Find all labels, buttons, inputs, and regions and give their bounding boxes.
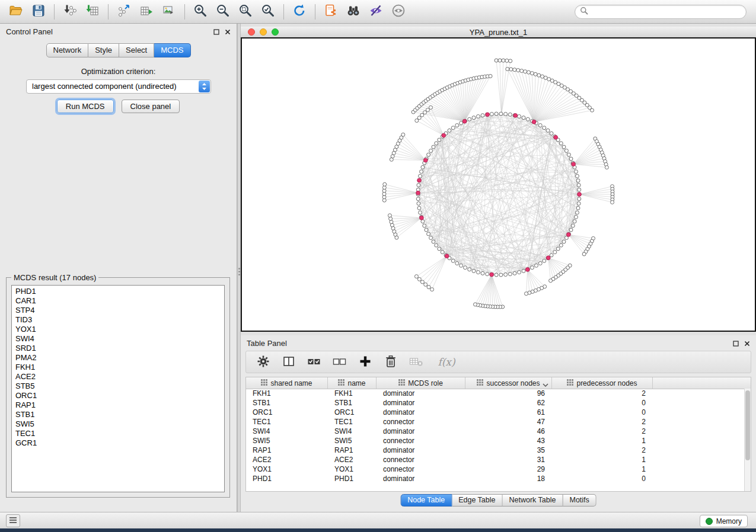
hide-selected-button[interactable]: [365, 2, 387, 21]
table-cell[interactable]: 1: [552, 456, 653, 464]
table-row[interactable]: RAP1RAP1dominator352: [246, 446, 744, 455]
network-canvas[interactable]: [241, 37, 756, 332]
table-row[interactable]: SWI4SWI4dominator462: [246, 427, 744, 436]
table-cell[interactable]: connector: [377, 465, 465, 473]
table-cell[interactable]: 47: [465, 418, 552, 426]
table-row[interactable]: SWI5SWI5connector431: [246, 436, 744, 446]
table-cell[interactable]: 35: [465, 446, 552, 454]
column-header-successor-nodes[interactable]: successor nodes: [465, 377, 552, 389]
scrollbar-thumb[interactable]: [745, 390, 750, 460]
function-builder-button[interactable]: f(x): [434, 354, 459, 370]
mcds-result-item[interactable]: SWI5: [15, 419, 224, 429]
table-cell[interactable]: STB1: [246, 399, 328, 407]
tab-edge-table[interactable]: Edge Table: [452, 494, 502, 507]
show-columns-button[interactable]: [281, 354, 296, 370]
tab-style[interactable]: Style: [88, 43, 119, 57]
table-cell[interactable]: dominator: [377, 408, 465, 416]
mcds-result-item[interactable]: SWI4: [15, 334, 224, 344]
mcds-result-item[interactable]: CAR1: [15, 296, 224, 306]
column-header-name[interactable]: name: [328, 377, 377, 389]
table-cell[interactable]: ACE2: [246, 456, 328, 464]
open-file-button[interactable]: [5, 2, 27, 21]
share-document-button[interactable]: [320, 2, 342, 21]
select-all-rows-button[interactable]: [307, 354, 322, 370]
table-cell[interactable]: 2: [552, 418, 653, 426]
table-row[interactable]: YOX1YOX1connector291: [246, 464, 744, 474]
tab-motifs[interactable]: Motifs: [563, 494, 596, 507]
export-network-button[interactable]: [113, 2, 135, 21]
save-button[interactable]: [27, 2, 50, 21]
mcds-result-item[interactable]: GCR1: [15, 438, 224, 448]
memory-indicator[interactable]: Memory: [700, 515, 748, 527]
table-cell[interactable]: YOX1: [246, 465, 328, 473]
zoom-out-button[interactable]: [212, 2, 234, 21]
table-cell[interactable]: 0: [552, 408, 653, 416]
table-cell[interactable]: 2: [552, 427, 653, 435]
mcds-result-item[interactable]: STB1: [15, 410, 224, 419]
add-column-button[interactable]: [358, 354, 373, 370]
table-cell[interactable]: connector: [377, 456, 465, 464]
table-row[interactable]: ACE2ACE2connector311: [246, 455, 744, 464]
table-cell[interactable]: PHD1: [328, 475, 377, 483]
close-panel-icon[interactable]: [744, 339, 750, 348]
table-scrollbar[interactable]: [744, 389, 751, 491]
float-panel-icon[interactable]: [213, 28, 219, 37]
tab-network-table[interactable]: Network Table: [503, 494, 563, 507]
mcds-result-item[interactable]: RAP1: [15, 400, 224, 410]
show-all-button[interactable]: [387, 2, 410, 21]
tab-node-table[interactable]: Node Table: [400, 494, 452, 507]
mcds-result-item[interactable]: TEC1: [15, 429, 224, 438]
table-cell[interactable]: RAP1: [328, 446, 377, 454]
table-cell[interactable]: SWI4: [328, 427, 377, 435]
table-cell[interactable]: 2: [552, 446, 653, 454]
table-cell[interactable]: dominator: [377, 389, 465, 398]
table-cell[interactable]: 31: [465, 456, 552, 464]
table-cell[interactable]: connector: [377, 418, 465, 426]
table-row[interactable]: PHD1PHD1dominator180: [246, 474, 744, 483]
table-cell[interactable]: dominator: [377, 427, 465, 435]
zoom-fit-button[interactable]: [234, 2, 257, 21]
export-image-button[interactable]: [158, 2, 180, 21]
table-row[interactable]: FKH1FKH1dominator962: [246, 389, 744, 398]
mcds-result-item[interactable]: PMA2: [15, 353, 224, 363]
export-table-button[interactable]: [135, 2, 158, 21]
table-row[interactable]: TEC1TEC1connector472: [246, 417, 744, 427]
table-cell[interactable]: TEC1: [246, 418, 328, 426]
table-cell[interactable]: SWI5: [246, 437, 328, 445]
delete-table-button[interactable]: [409, 354, 424, 370]
table-cell[interactable]: 46: [465, 427, 552, 435]
table-row[interactable]: ORC1ORC1dominator610: [246, 408, 744, 417]
deselect-all-rows-button[interactable]: [332, 354, 347, 370]
column-header-mcds-role[interactable]: MCDS role: [377, 377, 465, 389]
table-cell[interactable]: 1: [552, 465, 653, 473]
table-cell[interactable]: FKH1: [328, 389, 377, 398]
mcds-result-item[interactable]: SRD1: [15, 344, 224, 353]
delete-column-button[interactable]: [383, 354, 398, 370]
table-cell[interactable]: ACE2: [328, 456, 377, 464]
mcds-result-item[interactable]: YOX1: [15, 325, 224, 334]
table-cell[interactable]: ORC1: [246, 408, 328, 416]
table-cell[interactable]: 43: [465, 437, 552, 445]
table-cell[interactable]: 96: [465, 389, 552, 398]
zoom-selected-button[interactable]: [257, 2, 279, 21]
import-table-button[interactable]: [81, 2, 104, 21]
mcds-result-item[interactable]: FKH1: [15, 363, 224, 372]
mcds-result-item[interactable]: STB5: [15, 382, 224, 391]
table-cell[interactable]: dominator: [377, 475, 465, 483]
table-cell[interactable]: 18: [465, 475, 552, 483]
table-cell[interactable]: 2: [552, 389, 653, 398]
zoom-in-button[interactable]: [189, 2, 212, 21]
mcds-result-item[interactable]: ORC1: [15, 391, 224, 400]
table-cell[interactable]: 0: [552, 399, 653, 407]
table-cell[interactable]: connector: [377, 437, 465, 445]
run-mcds-button[interactable]: Run MCDS: [57, 100, 114, 113]
table-cell[interactable]: STB1: [328, 399, 377, 407]
import-network-button[interactable]: [59, 2, 81, 21]
tab-select[interactable]: Select: [119, 43, 154, 57]
tab-network[interactable]: Network: [46, 43, 88, 57]
table-cell[interactable]: SWI4: [246, 427, 328, 435]
table-row[interactable]: STB1STB1dominator620: [246, 398, 744, 408]
mcds-result-item[interactable]: TID3: [15, 315, 224, 325]
table-cell[interactable]: TEC1: [328, 418, 377, 426]
column-header-predecessor-nodes[interactable]: predecessor nodes: [552, 377, 653, 389]
